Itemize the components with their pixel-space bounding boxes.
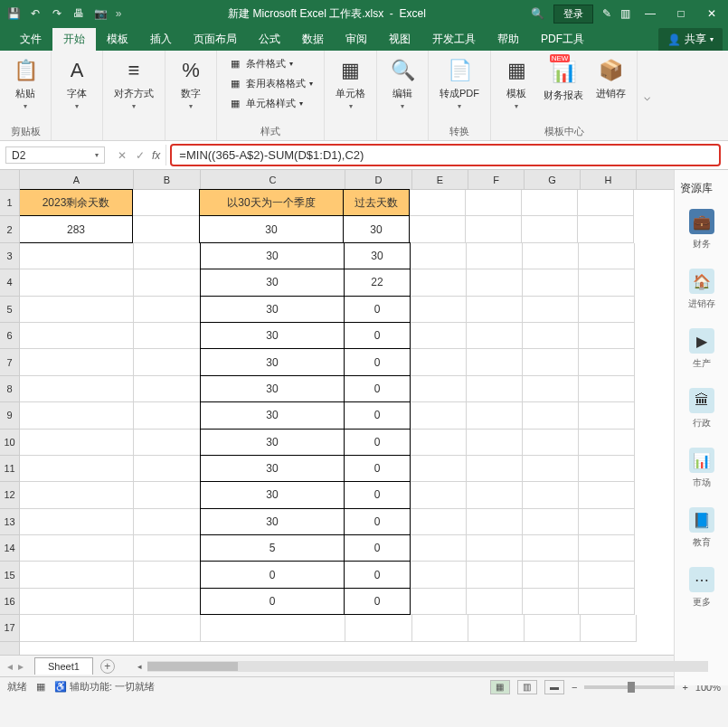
cell-E15[interactable] [411,562,467,588]
row-header[interactable]: 2 [0,216,19,242]
tab-home[interactable]: 开始 [52,28,96,51]
cell-F5[interactable] [467,297,523,323]
cell-F13[interactable] [467,509,523,535]
hscroll-thumb[interactable] [147,662,238,671]
cell-A14[interactable] [20,535,134,562]
cell-G16[interactable] [523,589,579,615]
cell-G5[interactable] [523,297,579,323]
cell-F11[interactable] [467,456,523,482]
conditional-format-button[interactable]: ▦条件格式 ▾ [224,54,317,72]
cell-C12[interactable]: 30 [200,481,345,508]
cells-dropdown[interactable]: ▦ 单元格 ▾ [332,54,369,112]
qa-more-icon[interactable]: » [114,5,123,22]
cell-G13[interactable] [523,509,579,535]
cell-F17[interactable] [468,615,525,641]
cell-C4[interactable]: 30 [200,269,345,296]
cell-D10[interactable]: 0 [344,429,411,456]
cell-H6[interactable] [579,323,635,349]
cell-D15[interactable]: 0 [344,561,411,588]
page-layout-view-button[interactable]: ▥ [517,680,537,694]
cell-H4[interactable] [579,269,635,296]
font-dropdown[interactable]: A 字体 ▾ [59,54,95,112]
cell-A12[interactable] [20,482,134,508]
cell-A16[interactable] [20,589,134,615]
cell-G1[interactable] [522,190,578,216]
cell-G14[interactable] [523,535,579,562]
cell-C11[interactable]: 30 [200,455,345,482]
sheet-nav[interactable]: ◂▸ [5,660,25,673]
col-header[interactable]: E [412,170,468,189]
tab-data[interactable]: 数据 [291,28,335,51]
scroll-left-icon[interactable]: ◂ [133,662,147,671]
cell-C14[interactable]: 5 [200,534,345,562]
cell-E6[interactable] [411,323,467,349]
row-header[interactable]: 8 [0,376,19,402]
cell-E3[interactable] [411,243,467,269]
maximize-button[interactable]: □ [670,7,692,20]
cell-A11[interactable] [20,456,134,482]
cell-E10[interactable] [411,430,467,456]
cell-D11[interactable]: 0 [344,455,411,482]
row-header[interactable]: 17 [0,615,19,641]
cell-C7[interactable]: 30 [200,348,345,375]
normal-view-button[interactable]: ▦ [490,680,510,694]
resource-item-admin[interactable]: 🏛行政 [675,379,728,439]
zoom-out-button[interactable]: − [572,682,577,693]
cell-H14[interactable] [579,535,635,562]
cell-F8[interactable] [467,376,523,402]
cell-E13[interactable] [411,509,467,535]
cell-G6[interactable] [523,323,579,349]
cell-D6[interactable]: 0 [344,322,411,349]
cell-A1[interactable]: 2023剩余天数 [20,189,133,216]
formula-input[interactable]: =MIN((365-A$2)-SUM(D$1:D1),C2) [170,144,721,166]
cell-F6[interactable] [467,323,523,349]
cell-D7[interactable]: 0 [344,348,411,375]
save-icon[interactable]: 💾 [5,5,22,22]
cell-H3[interactable] [579,243,635,269]
convert-pdf-button[interactable]: 📄 转成PDF ▾ [436,54,483,112]
editing-dropdown[interactable]: 🔍 编辑 ▾ [384,54,421,112]
add-sheet-button[interactable]: + [100,659,115,674]
cell-C1[interactable]: 以30天为一个季度 [199,189,344,216]
row-header[interactable]: 15 [0,562,19,588]
row-header[interactable]: 10 [0,430,19,456]
cell-B2[interactable] [133,216,200,242]
cell-C8[interactable]: 30 [200,375,345,402]
row-header[interactable]: 12 [0,482,19,508]
cell-F15[interactable] [467,562,523,588]
resource-item-finance[interactable]: 💼财务 [675,200,728,260]
templates-button[interactable]: ▦ 模板 ▾ [498,54,534,112]
cell-H16[interactable] [579,589,635,615]
cell-A7[interactable] [20,349,134,375]
cell-H5[interactable] [579,297,635,323]
cell-B9[interactable] [134,402,201,429]
cell-E12[interactable] [411,482,467,508]
cell-F16[interactable] [467,589,523,615]
cell-B7[interactable] [134,349,201,375]
sheet-tab[interactable]: Sheet1 [34,657,93,675]
cell-C5[interactable]: 30 [200,296,345,323]
tab-file[interactable]: 文件 [9,28,52,51]
cell-F1[interactable] [466,190,522,216]
accept-formula-icon[interactable]: ✓ [136,149,145,162]
cell-H1[interactable] [578,190,634,216]
resource-item-education[interactable]: 📘教育 [675,498,728,558]
zoom-slider[interactable] [584,685,675,689]
cell-G2[interactable] [522,216,578,242]
cell-F14[interactable] [467,535,523,562]
cell-B10[interactable] [134,430,201,456]
cell-A3[interactable] [20,243,134,269]
cell-C2[interactable]: 30 [199,215,344,242]
col-header[interactable]: C [201,170,345,189]
cell-E8[interactable] [411,376,467,402]
select-all-corner[interactable] [0,170,19,190]
cell-H15[interactable] [579,562,635,588]
cell-D1[interactable]: 过去天数 [343,189,410,216]
page-break-view-button[interactable]: ▬ [544,680,564,694]
tab-view[interactable]: 视图 [378,28,421,51]
resource-item-inventory[interactable]: 🏠进销存 [675,260,728,319]
tab-review[interactable]: 审阅 [335,28,378,51]
cell-A8[interactable] [20,376,134,402]
cell-E4[interactable] [411,269,467,296]
row-header[interactable]: 5 [0,297,19,323]
